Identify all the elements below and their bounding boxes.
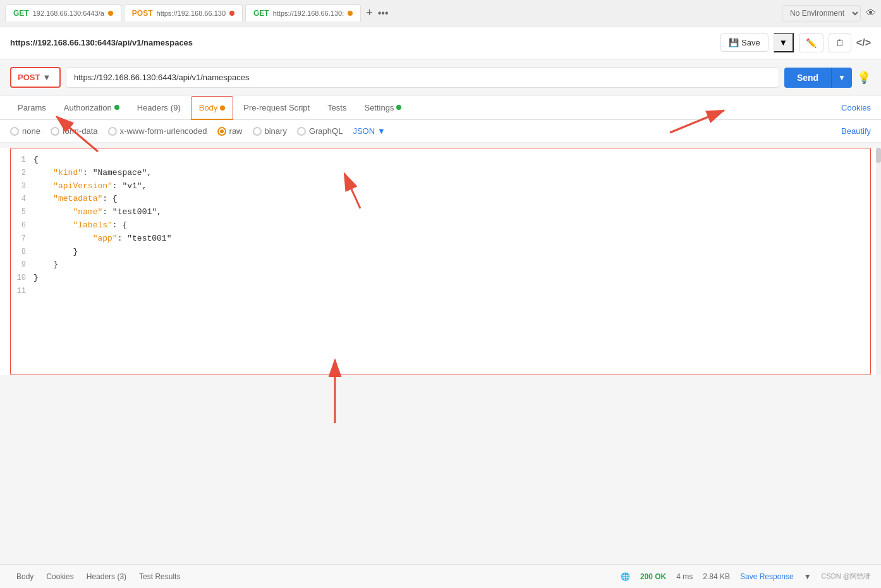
code-button[interactable]: </> [856,37,871,49]
json-type-selector[interactable]: JSON ▼ [353,126,386,136]
line-content: } [33,246,870,259]
code-line-8: 8 } [11,246,870,259]
save-response-link[interactable]: Save Response [740,572,794,581]
tab-authorization[interactable]: Authorization [56,97,127,120]
tab-post-1[interactable]: POST https://192.168.66.130 [124,4,243,21]
save-label: Save [741,38,760,47]
body-dot [220,105,225,111]
edit-icon-button[interactable]: ✏️ [799,33,823,52]
bottom-status: 🌐 200 OK 4 ms 2.84 KB Save Response ▼ CS… [621,572,871,581]
option-graphql[interactable]: GraphQL [297,126,343,136]
csdn-watermark: CSDN @阿恺呀 [822,572,871,581]
scrollbar-track[interactable] [876,148,881,375]
tab-dot-get-1 [108,11,113,16]
add-tab-button[interactable]: + [366,6,373,20]
method-url-row: POST ▼ Send ▼ 💡 [0,59,881,96]
url-bar-row: https://192.168.66.130:6443/api/v1/names… [0,27,881,59]
json-type-caret: ▼ [377,126,386,136]
method-selector-button[interactable]: POST ▼ [10,67,61,88]
tab-url-get-1: 192.168.66.130:6443/a [33,9,104,17]
beautify-button[interactable]: Beautify [841,126,871,136]
tab-dot-get-2 [348,11,353,16]
tab-prerequest[interactable]: Pre-request Script [236,97,317,120]
line-number: 1 [11,153,33,167]
env-selector: No Environment 👁 [782,5,876,21]
status-ms: 4 ms [676,572,693,581]
bottom-tab-cookies[interactable]: Cookies [40,572,80,581]
status-200: 200 OK [640,572,666,581]
tab-method-post-1: POST [132,9,153,18]
bottom-tab-body[interactable]: Body [10,572,40,581]
bulb-button[interactable]: 💡 [857,71,871,85]
line-number: 3 [11,180,33,193]
save-caret-button[interactable]: ▼ [774,33,794,52]
bottom-tab-headers[interactable]: Headers (3) [80,572,133,581]
line-number: 10 [11,272,33,285]
tab-headers[interactable]: Headers (9) [130,97,188,120]
line-content: "metadata": { [33,193,870,206]
body-options: none form-data x-www-form-urlencoded raw… [0,120,881,143]
line-number: 11 [11,285,33,297]
status-size: 2.84 KB [703,572,730,581]
tab-body[interactable]: Body [191,96,234,120]
tab-params-label: Params [18,103,46,112]
option-raw[interactable]: raw [217,126,243,136]
save-button[interactable]: 💾 Save [720,33,769,52]
option-none[interactable]: none [10,126,40,136]
radio-form-data [51,127,59,136]
send-button[interactable]: Send [784,68,832,88]
tab-params[interactable]: Params [10,97,54,120]
bottom-tab-tests[interactable]: Test Results [133,572,186,581]
method-label: POST [18,73,40,82]
radio-urlencoded [108,127,117,136]
code-line-3: 3 "apiVersion": "v1", [11,180,870,193]
send-caret-button[interactable]: ▼ [832,68,852,88]
code-line-9: 9 } [11,258,870,272]
tab-tests[interactable]: Tests [320,97,354,120]
option-binary[interactable]: binary [253,126,287,136]
environment-dropdown[interactable]: No Environment [782,5,861,21]
tab-url-post-1: https://192.168.66.130 [157,9,226,17]
tab-headers-label: Headers [137,103,168,112]
globe-icon: 🌐 [621,572,630,581]
radio-graphql [297,127,306,136]
headers-count: (9) [171,103,181,112]
tab-dot-post-1 [229,11,234,16]
option-urlencoded[interactable]: x-www-form-urlencoded [108,126,207,136]
tab-overflow-button[interactable]: ••• [378,8,389,19]
tab-bar: GET 192.168.66.130:6443/a POST https://1… [0,0,881,27]
json-type-label: JSON [353,126,375,136]
line-number: 2 [11,167,33,180]
scrollbar-thumb[interactable] [876,148,881,163]
tab-method-get-1: GET [13,9,29,18]
tab-settings[interactable]: Settings [356,97,409,120]
tab-get-2[interactable]: GET https://192.168.66.130: [245,4,361,21]
code-editor[interactable]: 1 { 2 "kind": "Namespace", 3 "apiVersion… [10,148,871,375]
tab-url-get-2: https://192.168.66.130: [273,9,344,17]
line-number: 7 [11,232,33,246]
save-response-caret[interactable]: ▼ [804,572,811,581]
code-line-1: 1 { [11,153,870,167]
tab-get-1[interactable]: GET 192.168.66.130:6443/a [5,4,121,21]
option-none-label: none [22,126,40,136]
env-eye-button[interactable]: 👁 [866,8,876,19]
authorization-dot [114,105,119,110]
option-form-data-label: form-data [63,126,98,136]
line-content: "kind": "Namespace", [33,167,870,180]
line-number: 4 [11,193,33,206]
send-button-group: Send ▼ [784,68,852,88]
tab-actions: + ••• [366,6,388,20]
tabs-nav: Params Authorization Headers (9) Body Pr… [0,96,881,120]
url-input[interactable] [66,67,779,88]
cookies-link[interactable]: Cookies [841,103,871,112]
line-content: "apiVersion": "v1", [33,180,870,193]
tab-settings-label: Settings [364,103,394,112]
code-line-7: 7 "app": "test001" [11,232,870,246]
save-icon: 💾 [729,38,739,47]
option-raw-label: raw [229,126,243,136]
code-line-5: 5 "name": "test001", [11,206,870,219]
comment-icon-button[interactable]: 🗒 [829,33,851,52]
line-number: 6 [11,219,33,232]
tab-method-get-2: GET [253,9,269,18]
option-form-data[interactable]: form-data [51,126,98,136]
